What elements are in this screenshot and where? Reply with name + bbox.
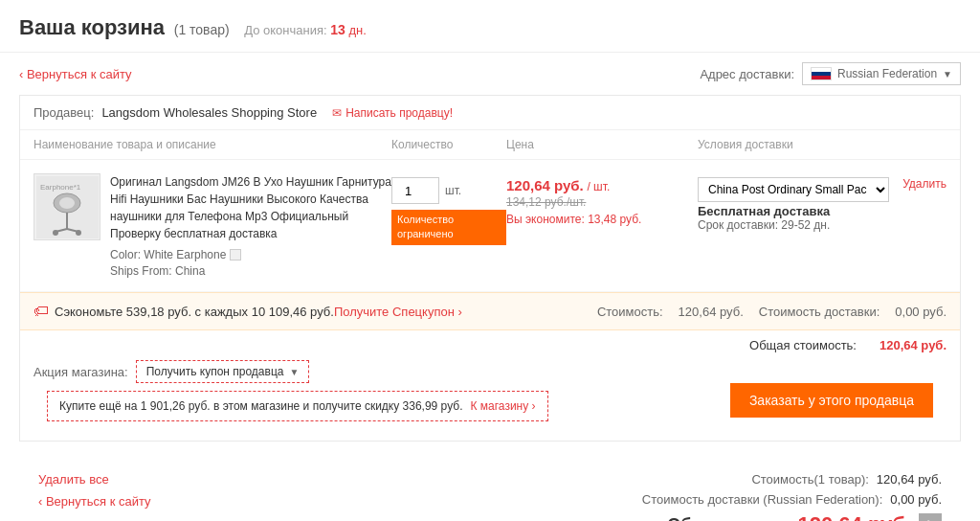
main-content: Продавец: Langsdom Wholesales Shopping S… [0, 95, 980, 521]
product-title[interactable]: Оригинал Langsdom JM26 В Ухо Наушник Гар… [110, 173, 391, 242]
coupon-chevron-icon: ▼ [289, 367, 299, 377]
product-color: Color: White Earphone [110, 248, 391, 261]
color-label: Color: White Earphone [110, 248, 226, 261]
bottom-left: Удалить все Вернуться к сайту [38, 472, 151, 521]
shipping-select[interactable]: China Post Ordinary Small Packet [698, 177, 889, 202]
svg-point-2 [59, 197, 75, 209]
russia-flag [811, 67, 832, 80]
promo-bar: 🏷 Сэкономьте 539,18 руб. с каждых 10 109… [20, 292, 960, 330]
page-title: Ваша корзина [19, 15, 165, 39]
delivery-time: Срок доставки: 29-52 дн. [698, 218, 889, 232]
coupon-select-label: Получить купон продавца [146, 365, 284, 378]
country-name: Russian Federation [837, 67, 937, 80]
bottom-section: Удалить все Вернуться к сайту Стоимость(… [19, 457, 961, 521]
price-save-value: 13,48 руб. [588, 213, 641, 226]
grand-total-row: Общая сумма: 120,64 руб. ✎ [612, 512, 942, 521]
quantity-section: шт. Количество ограничено [391, 173, 506, 245]
seller-label: Продавец: [33, 105, 94, 120]
coupon-select-dropdown[interactable]: Получить купон продавца ▼ [136, 360, 310, 383]
quantity-unit: шт. [445, 184, 461, 197]
delivery-label: Адрес доставки: [700, 67, 794, 81]
coupon-label: Акция магазина: [33, 365, 128, 379]
delete-product-button[interactable]: Удалить [902, 177, 947, 191]
discount-link[interactable]: К магазину › [470, 399, 535, 413]
product-row: Earphone*1 Оригинал Langsdom JM26 В Ухо … [20, 160, 960, 292]
free-shipping-label: Бесплатная доставка [698, 204, 889, 218]
bottom-ship-label: Стоимость доставки (Russian Federation): [642, 492, 883, 507]
delivery-label: Срок доставки: [698, 218, 778, 232]
delete-all-link[interactable]: Удалить все [38, 472, 151, 487]
ship-cost-value: 0,00 руб. [895, 305, 947, 319]
cart-section: Продавец: Langsdom Wholesales Shopping S… [19, 95, 961, 442]
promo-icon: 🏷 [33, 303, 49, 320]
promo-total-value: 120,64 руб. [880, 338, 947, 352]
quantity-input-row: шт. [391, 177, 461, 204]
promo-link[interactable]: Получите Спецкупон › [334, 305, 462, 319]
bottom-ship-row: Стоимость доставки (Russian Federation):… [612, 492, 942, 507]
table-header: Наименование товара и описание Количеств… [20, 130, 960, 160]
email-icon: ✉ [332, 106, 342, 120]
timer-days: дн. [348, 23, 366, 37]
msg-seller-button[interactable]: ✉ Написать продавцу! [332, 106, 453, 120]
bottom-cost-value: 120,64 руб. [877, 472, 942, 487]
bottom-ship-value: 0,00 руб. [890, 492, 942, 507]
timer-label: До окончания: [244, 23, 326, 37]
delivery-time-value: 29-52 дн. [781, 218, 830, 232]
product-image-svg: Earphone*1 [36, 176, 99, 238]
grand-total-label: Общая сумма: [667, 515, 790, 522]
discount-text: Купите ещё на 1 901,26 руб. в этом магаз… [59, 399, 462, 413]
promo-text: Сэкономьте 539,18 руб. с каждых 10 109,4… [55, 305, 334, 319]
promo-total-label: Общая стоимость: [749, 338, 857, 352]
color-swatch [230, 249, 241, 260]
bottom-back-link[interactable]: Вернуться к сайту [38, 494, 151, 509]
product-details: Оригинал Langsdom JM26 В Ухо Наушник Гар… [110, 173, 391, 278]
price-current-row: 120,64 руб. / шт. [506, 177, 698, 193]
seller-name: Langsdom Wholesales Shopping Store [101, 105, 317, 120]
quantity-warning: Количество ограничено [391, 210, 506, 245]
ships-from-label: Ships From: [110, 264, 172, 278]
summary-row: Общая стоимость: 120,64 руб. [20, 330, 960, 360]
grand-total-value: 120,64 руб. [798, 512, 912, 521]
ship-cost-label: Стоимость доставки: [759, 305, 880, 319]
order-button[interactable]: Заказать у этого продавца [730, 383, 933, 418]
product-info: Earphone*1 Оригинал Langsdom JM26 В Ухо … [33, 173, 391, 278]
top-nav: Вернуться к сайту Адрес доставки: Russia… [0, 53, 980, 95]
country-selector[interactable]: Russian Federation ▼ [802, 62, 961, 85]
items-count: (1 товар) [174, 22, 230, 37]
svg-text:Earphone*1: Earphone*1 [40, 183, 81, 192]
edit-icon[interactable]: ✎ [919, 513, 942, 521]
price-save-label: Вы экономите: [506, 213, 585, 226]
cost-value: 120,64 руб. [679, 305, 744, 319]
discount-bar: Купите ещё на 1 901,26 руб. в этом магаз… [47, 391, 548, 421]
price-old: 134,12 руб./шт. [506, 195, 698, 209]
back-to-site-link[interactable]: Вернуться к сайту [19, 67, 132, 81]
quantity-input[interactable] [391, 177, 439, 204]
price-current: 120,64 руб. [506, 177, 584, 193]
col-shipping: Условия доставки [698, 138, 947, 151]
promo-right: Стоимость: 120,64 руб. Стоимость доставк… [597, 305, 947, 319]
cost-label: Стоимость: [597, 305, 663, 319]
svg-point-5 [53, 230, 58, 236]
bottom-cost-row: Стоимость(1 товар): 120,64 руб. [612, 472, 942, 487]
coupon-row: Акция магазина: Получить купон продавца … [33, 360, 562, 391]
ships-from-value: China [175, 264, 205, 278]
seller-bar: Продавец: Langsdom Wholesales Shopping S… [20, 96, 960, 130]
msg-seller-label: Написать продавцу! [345, 106, 453, 120]
bottom-right: Стоимость(1 товар): 120,64 руб. Стоимост… [612, 472, 942, 521]
delivery-address: Адрес доставки: Russian Federation ▼ [700, 62, 961, 85]
chevron-down-icon: ▼ [943, 69, 952, 79]
bottom-cost-label: Стоимость(1 товар): [751, 472, 868, 487]
timer-value: 13 [330, 22, 345, 37]
col-quantity: Количество [391, 138, 506, 151]
price-save: Вы экономите: 13,48 руб. [506, 213, 698, 226]
product-image: Earphone*1 [33, 173, 100, 240]
shipping-section: China Post Ordinary Small Packet Бесплат… [698, 173, 947, 232]
ships-from: Ships From: China [110, 264, 391, 278]
col-product: Наименование товара и описание [33, 138, 391, 151]
price-unit: / шт. [587, 180, 610, 193]
col-price: Цена [506, 138, 698, 151]
price-section: 120,64 руб. / шт. 134,12 руб./шт. Вы эко… [506, 173, 698, 226]
